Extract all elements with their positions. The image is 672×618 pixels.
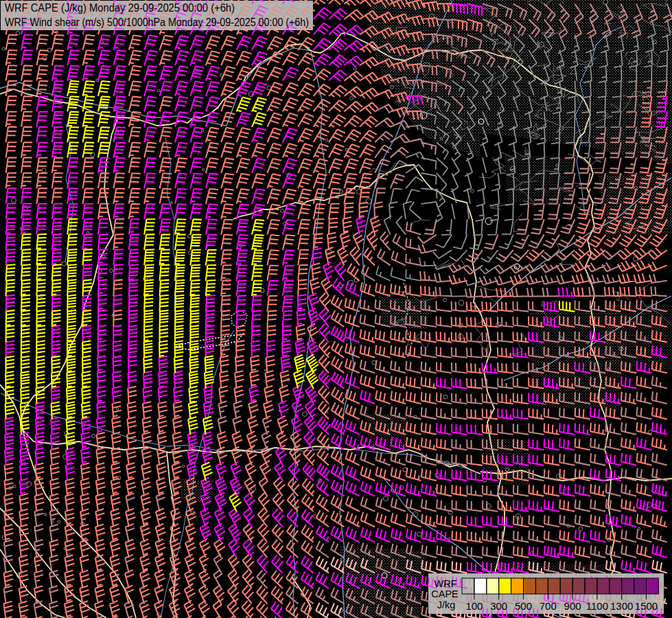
svg-text:700: 700 — [540, 600, 557, 612]
svg-text:100: 100 — [465, 600, 483, 612]
svg-text:500: 500 — [515, 600, 532, 612]
svg-text:300: 300 — [490, 600, 507, 612]
svg-text:J/kg: J/kg — [437, 599, 456, 610]
svg-text:CAPE: CAPE — [431, 588, 459, 599]
svg-text:1300: 1300 — [610, 600, 633, 612]
svg-text:WRF CAPE (J/kg) Monday 29-09-2: WRF CAPE (J/kg) Monday 29-09-2025 00:00 … — [5, 1, 235, 14]
svg-text:WRF Wind shear (m/s) 500/1000h: WRF Wind shear (m/s) 500/1000hPa Monday … — [5, 16, 309, 28]
svg-text:1100: 1100 — [586, 600, 608, 612]
svg-text:1500: 1500 — [635, 600, 658, 612]
svg-text:900: 900 — [564, 600, 581, 612]
svg-text:WRF: WRF — [434, 578, 456, 589]
